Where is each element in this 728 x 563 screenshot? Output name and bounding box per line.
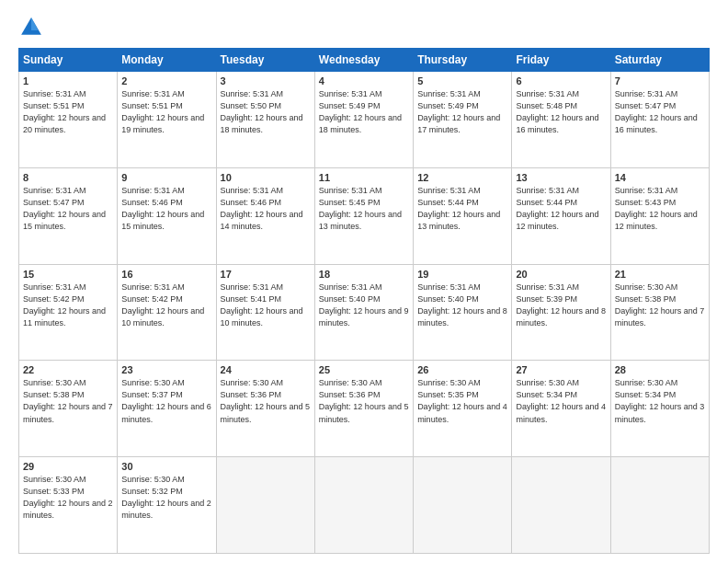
- calendar-cell: 19Sunrise: 5:31 AMSunset: 5:40 PMDayligh…: [414, 264, 512, 361]
- calendar-cell: 27Sunrise: 5:30 AMSunset: 5:34 PMDayligh…: [512, 361, 610, 457]
- calendar-cell: 20Sunrise: 5:31 AMSunset: 5:39 PMDayligh…: [512, 264, 610, 361]
- day-number: 27: [516, 364, 606, 375]
- day-number: 29: [23, 461, 113, 472]
- day-number: 15: [23, 269, 113, 280]
- day-number: 14: [615, 172, 705, 183]
- calendar-cell: [610, 457, 709, 554]
- calendar-cell: 23Sunrise: 5:30 AMSunset: 5:37 PMDayligh…: [118, 361, 216, 457]
- calendar-cell: 16Sunrise: 5:31 AMSunset: 5:42 PMDayligh…: [118, 264, 216, 361]
- day-number: 7: [615, 75, 705, 86]
- day-info: Sunrise: 5:30 AMSunset: 5:36 PMDaylight:…: [319, 377, 409, 425]
- calendar-cell: 2Sunrise: 5:31 AMSunset: 5:51 PMDaylight…: [118, 72, 216, 168]
- day-info: Sunrise: 5:30 AMSunset: 5:38 PMDaylight:…: [23, 377, 113, 425]
- calendar-cell: [512, 457, 610, 554]
- day-info: Sunrise: 5:30 AMSunset: 5:35 PMDaylight:…: [417, 377, 507, 425]
- day-number: 5: [417, 75, 507, 86]
- day-info: Sunrise: 5:31 AMSunset: 5:47 PMDaylight:…: [23, 185, 113, 233]
- calendar-cell: 4Sunrise: 5:31 AMSunset: 5:49 PMDaylight…: [314, 72, 413, 168]
- day-info: Sunrise: 5:31 AMSunset: 5:51 PMDaylight:…: [121, 88, 211, 136]
- day-info: Sunrise: 5:31 AMSunset: 5:47 PMDaylight:…: [615, 88, 705, 136]
- day-info: Sunrise: 5:31 AMSunset: 5:39 PMDaylight:…: [516, 282, 606, 329]
- day-info: Sunrise: 5:31 AMSunset: 5:49 PMDaylight:…: [417, 88, 507, 136]
- weekday-header-monday: Monday: [118, 49, 216, 72]
- day-info: Sunrise: 5:31 AMSunset: 5:45 PMDaylight:…: [319, 185, 409, 233]
- day-number: 24: [221, 364, 311, 375]
- page: SundayMondayTuesdayWednesdayThursdayFrid…: [0, 0, 728, 563]
- calendar-cell: 1Sunrise: 5:31 AMSunset: 5:51 PMDaylight…: [19, 72, 118, 168]
- day-info: Sunrise: 5:31 AMSunset: 5:42 PMDaylight:…: [23, 282, 113, 329]
- day-number: 17: [221, 269, 311, 280]
- day-info: Sunrise: 5:30 AMSunset: 5:38 PMDaylight:…: [615, 282, 705, 329]
- day-info: Sunrise: 5:31 AMSunset: 5:46 PMDaylight:…: [221, 185, 311, 233]
- day-number: 3: [221, 75, 311, 86]
- weekday-header-tuesday: Tuesday: [216, 49, 314, 72]
- day-number: 26: [417, 364, 507, 375]
- day-number: 13: [516, 172, 606, 183]
- calendar-cell: 12Sunrise: 5:31 AMSunset: 5:44 PMDayligh…: [414, 167, 512, 264]
- calendar-cell: [314, 457, 413, 554]
- day-number: 21: [615, 269, 705, 280]
- calendar-cell: 8Sunrise: 5:31 AMSunset: 5:47 PMDaylight…: [19, 167, 118, 264]
- calendar-cell: 10Sunrise: 5:31 AMSunset: 5:46 PMDayligh…: [216, 167, 314, 264]
- calendar-cell: 6Sunrise: 5:31 AMSunset: 5:48 PMDaylight…: [512, 72, 610, 168]
- calendar-cell: 13Sunrise: 5:31 AMSunset: 5:44 PMDayligh…: [512, 167, 610, 264]
- calendar-cell: [216, 457, 314, 554]
- day-number: 2: [121, 75, 211, 86]
- day-info: Sunrise: 5:30 AMSunset: 5:34 PMDaylight:…: [516, 377, 606, 425]
- day-number: 10: [221, 172, 311, 183]
- day-info: Sunrise: 5:31 AMSunset: 5:51 PMDaylight:…: [23, 88, 113, 136]
- calendar-cell: 15Sunrise: 5:31 AMSunset: 5:42 PMDayligh…: [19, 264, 118, 361]
- day-number: 6: [516, 75, 606, 86]
- day-number: 4: [319, 75, 409, 86]
- day-info: Sunrise: 5:31 AMSunset: 5:44 PMDaylight:…: [516, 185, 606, 233]
- day-number: 28: [615, 364, 705, 375]
- calendar-cell: 5Sunrise: 5:31 AMSunset: 5:49 PMDaylight…: [414, 72, 512, 168]
- day-info: Sunrise: 5:31 AMSunset: 5:40 PMDaylight:…: [319, 282, 409, 329]
- calendar-cell: 29Sunrise: 5:30 AMSunset: 5:33 PMDayligh…: [19, 457, 118, 554]
- calendar-cell: 26Sunrise: 5:30 AMSunset: 5:35 PMDayligh…: [414, 361, 512, 457]
- day-number: 20: [516, 269, 606, 280]
- day-info: Sunrise: 5:30 AMSunset: 5:36 PMDaylight:…: [221, 377, 311, 425]
- calendar-cell: [414, 457, 512, 554]
- day-info: Sunrise: 5:31 AMSunset: 5:42 PMDaylight:…: [121, 282, 211, 329]
- logo: [18, 15, 48, 40]
- weekday-header-sunday: Sunday: [19, 49, 118, 72]
- day-info: Sunrise: 5:31 AMSunset: 5:46 PMDaylight:…: [121, 185, 211, 233]
- day-number: 22: [23, 364, 113, 375]
- weekday-header-saturday: Saturday: [610, 49, 709, 72]
- day-number: 8: [23, 172, 113, 183]
- day-info: Sunrise: 5:31 AMSunset: 5:43 PMDaylight:…: [615, 185, 705, 233]
- day-info: Sunrise: 5:30 AMSunset: 5:32 PMDaylight:…: [121, 474, 211, 522]
- day-info: Sunrise: 5:31 AMSunset: 5:50 PMDaylight:…: [221, 88, 311, 136]
- calendar-cell: 11Sunrise: 5:31 AMSunset: 5:45 PMDayligh…: [314, 167, 413, 264]
- day-number: 9: [121, 172, 211, 183]
- day-info: Sunrise: 5:31 AMSunset: 5:49 PMDaylight:…: [319, 88, 409, 136]
- header: [18, 15, 710, 40]
- weekday-header-thursday: Thursday: [414, 49, 512, 72]
- day-number: 19: [417, 269, 507, 280]
- calendar-cell: 22Sunrise: 5:30 AMSunset: 5:38 PMDayligh…: [19, 361, 118, 457]
- calendar-cell: 24Sunrise: 5:30 AMSunset: 5:36 PMDayligh…: [216, 361, 314, 457]
- calendar-cell: 25Sunrise: 5:30 AMSunset: 5:36 PMDayligh…: [314, 361, 413, 457]
- calendar-table: SundayMondayTuesdayWednesdayThursdayFrid…: [18, 48, 710, 554]
- day-info: Sunrise: 5:31 AMSunset: 5:41 PMDaylight:…: [221, 282, 311, 329]
- day-number: 12: [417, 172, 507, 183]
- day-number: 23: [121, 364, 211, 375]
- day-info: Sunrise: 5:31 AMSunset: 5:48 PMDaylight:…: [516, 88, 606, 136]
- logo-icon: [18, 15, 44, 40]
- day-number: 11: [319, 172, 409, 183]
- calendar-cell: 14Sunrise: 5:31 AMSunset: 5:43 PMDayligh…: [610, 167, 709, 264]
- day-number: 30: [121, 461, 211, 472]
- calendar-cell: 21Sunrise: 5:30 AMSunset: 5:38 PMDayligh…: [610, 264, 709, 361]
- day-info: Sunrise: 5:31 AMSunset: 5:44 PMDaylight:…: [417, 185, 507, 233]
- day-info: Sunrise: 5:31 AMSunset: 5:40 PMDaylight:…: [417, 282, 507, 329]
- calendar-cell: 30Sunrise: 5:30 AMSunset: 5:32 PMDayligh…: [118, 457, 216, 554]
- day-number: 25: [319, 364, 409, 375]
- day-number: 16: [121, 269, 211, 280]
- day-number: 1: [23, 75, 113, 86]
- calendar-cell: 9Sunrise: 5:31 AMSunset: 5:46 PMDaylight…: [118, 167, 216, 264]
- calendar-cell: 28Sunrise: 5:30 AMSunset: 5:34 PMDayligh…: [610, 361, 709, 457]
- calendar-cell: 18Sunrise: 5:31 AMSunset: 5:40 PMDayligh…: [314, 264, 413, 361]
- day-info: Sunrise: 5:30 AMSunset: 5:37 PMDaylight:…: [121, 377, 211, 425]
- calendar-cell: 7Sunrise: 5:31 AMSunset: 5:47 PMDaylight…: [610, 72, 709, 168]
